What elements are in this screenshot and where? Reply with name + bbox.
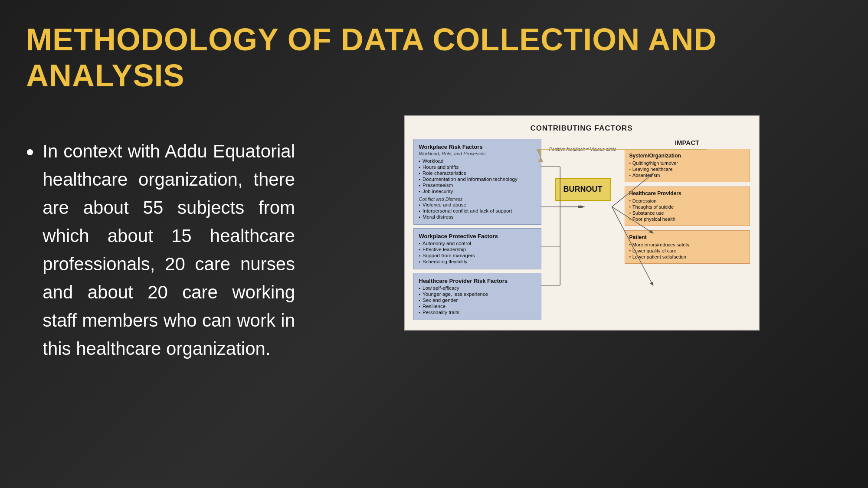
diagram: CONTRIBUTING FACTORS (404, 115, 760, 331)
impact-boxes: System/Organization Quitting/high turnov… (625, 149, 750, 264)
left-panel: • In context with Addu Equatorial health… (26, 111, 295, 363)
list-item: Documentation and information technology (419, 176, 536, 182)
title-section: METHODOLOGY OF DATA COLLECTION AND ANALY… (26, 22, 842, 94)
content-area: • In context with Addu Equatorial health… (26, 111, 842, 475)
list-item: Job insecurity (419, 188, 536, 194)
conflict-list: Violence and abuse Interpersonal conflic… (419, 202, 536, 220)
list-item: Low self-efficacy (419, 285, 536, 291)
workplace-risk-list: Workload Hours and shifts Role character… (419, 158, 536, 194)
protective-title: Workplace Protective Factors (419, 233, 536, 239)
right-panel: CONTRIBUTING FACTORS (321, 111, 842, 331)
list-item: Hours and shifts (419, 164, 536, 170)
list-item: Poor physical health (629, 216, 745, 222)
bullet-text: In context with Addu Equatorial healthca… (43, 137, 295, 363)
right-section: IMPACT System/Organization Quitting/high… (625, 139, 750, 320)
list-item: Substance use (629, 210, 745, 216)
list-item: Sex and gender (419, 297, 536, 303)
impact-providers-title: Healthcare Providers (629, 190, 745, 197)
slide: METHODOLOGY OF DATA COLLECTION AND ANALY… (0, 0, 868, 488)
list-item: Workload (419, 158, 536, 164)
workplace-risk-subtitle: Workload, Role, and Processes (419, 151, 536, 156)
burnout-label: BURNOUT (563, 185, 603, 193)
list-item: Absenteeism (629, 172, 745, 178)
impact-providers-list: Depression Thoughts of suicide Substance… (629, 198, 745, 222)
middle-section: Positive feedback = Vicious circle BURNO… (548, 139, 618, 320)
list-item: Depression (629, 198, 745, 204)
provider-risk-title: Healthcare Provider Risk Factors (419, 278, 536, 284)
list-item: Leaving healthcare (629, 166, 745, 172)
list-item: Violence and abuse (419, 202, 536, 208)
bullet-icon: • (26, 141, 34, 163)
protective-list: Autonomy and control Effective leadershi… (419, 240, 536, 265)
diagram-columns: Workplace Risk Factors Workload, Role, a… (413, 139, 750, 320)
impact-patient-title: Patient (629, 234, 745, 240)
impact-patient-list: More errors/reduces safety Lower quality… (629, 242, 745, 260)
list-item: Role characteristics (419, 170, 536, 176)
list-item: Lower patient satisfaction (629, 254, 745, 260)
list-item: Resilience (419, 303, 536, 309)
impact-system-title: System/Organization (629, 153, 745, 159)
left-boxes: Workplace Risk Factors Workload, Role, a… (413, 139, 541, 320)
provider-risk-list: Low self-efficacy Younger age, less expe… (419, 285, 536, 315)
list-item: More errors/reduces safety (629, 242, 745, 248)
diagram-header: CONTRIBUTING FACTORS (413, 124, 750, 133)
slide-title: METHODOLOGY OF DATA COLLECTION AND ANALY… (26, 22, 842, 94)
workplace-risk-title: Workplace Risk Factors (419, 144, 536, 150)
list-item: Interpersonal conflict and lack of suppo… (419, 208, 536, 214)
list-item: Scheduling flexibility (419, 259, 536, 265)
diagram-inner: Workplace Risk Factors Workload, Role, a… (413, 139, 750, 320)
impact-system-box: System/Organization Quitting/high turnov… (625, 149, 750, 182)
workplace-risk-box: Workplace Risk Factors Workload, Role, a… (413, 139, 541, 225)
bullet-point: • In context with Addu Equatorial health… (26, 137, 295, 363)
impact-header: IMPACT (625, 139, 750, 146)
list-item: Effective leadership (419, 246, 536, 252)
list-item: Thoughts of suicide (629, 204, 745, 210)
list-item: Presenteeism (419, 182, 536, 188)
burnout-box: BURNOUT (555, 178, 611, 201)
list-item: Support from managers (419, 252, 536, 259)
list-item: Personality traits (419, 309, 536, 315)
feedback-label: Positive feedback = Vicious circle (549, 147, 616, 152)
list-item: Quitting/high turnover (629, 160, 745, 166)
list-item: Moral distress (419, 214, 536, 220)
list-item: Autonomy and control (419, 240, 536, 246)
list-item: Younger age, less experience (419, 291, 536, 297)
list-item: Lower quality of care (629, 248, 745, 254)
provider-risk-box: Healthcare Provider Risk Factors Low sel… (413, 273, 541, 320)
impact-patient-box: Patient More errors/reduces safety Lower… (625, 230, 750, 264)
conflict-subtitle: Conflict and Distress (419, 197, 536, 202)
impact-providers-box: Healthcare Providers Depression Thoughts… (625, 187, 750, 226)
protective-box: Workplace Protective Factors Autonomy an… (413, 228, 541, 269)
impact-system-list: Quitting/high turnover Leaving healthcar… (629, 160, 745, 178)
